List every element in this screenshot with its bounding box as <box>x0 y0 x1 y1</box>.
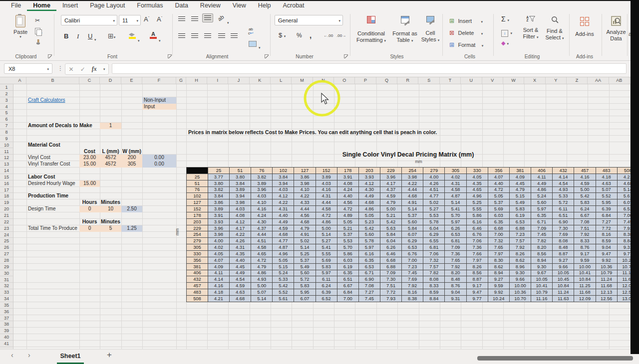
row-header-39[interactable]: 39 <box>0 328 13 334</box>
analyze-data-button[interactable]: AnalyzeData <box>604 16 628 42</box>
matrix-value-203x457[interactable]: 7.08 <box>574 218 596 225</box>
row-header-36[interactable]: 36 <box>0 309 13 315</box>
matrix-value-254x406[interactable]: 7.45 <box>531 231 553 238</box>
paste-button[interactable]: Paste ▾ <box>9 15 32 39</box>
matrix-value-229x406[interactable]: 7.09 <box>531 225 553 231</box>
matrix-value-356x178[interactable]: 6.03 <box>337 257 358 263</box>
matrix-value-203x127[interactable]: 4.68 <box>294 218 316 225</box>
matrix-value-76x25[interactable]: 3.82 <box>208 186 229 193</box>
matrix-value-279x203[interactable]: 5.78 <box>358 238 380 244</box>
matrix-value-102x178[interactable]: 4.40 <box>337 193 358 199</box>
row-header-6[interactable]: 6 <box>0 116 13 123</box>
cell-D19[interactable]: Minutes <box>100 199 121 206</box>
matrix-row-header-457[interactable]: 457 <box>187 283 208 289</box>
matrix-value-508x381[interactable]: 10.70 <box>509 295 531 302</box>
row-header-5[interactable]: 5 <box>0 110 13 116</box>
matrix-value-25x432[interactable]: 4.14 <box>553 174 574 180</box>
matrix-row-header-152[interactable]: 152 <box>187 206 208 212</box>
matrix-value-483x406[interactable]: 10.79 <box>531 289 553 296</box>
comma-style-button[interactable]: , <box>310 31 312 39</box>
row-header-40[interactable]: 40 <box>0 334 13 341</box>
matrix-value-432x127[interactable]: 5.72 <box>294 276 316 283</box>
matrix-value-203x152[interactable]: 4.86 <box>316 218 337 225</box>
matrix-value-356x76[interactable]: 4.72 <box>251 257 273 263</box>
matrix-row-header-51[interactable]: 51 <box>187 180 208 186</box>
matrix-value-51x305[interactable]: 4.31 <box>445 180 466 186</box>
matrix-value-406x178[interactable]: 6.35 <box>337 270 358 276</box>
matrix-value-432x51[interactable]: 4.54 <box>229 276 251 283</box>
matrix-value-457x25[interactable]: 4.16 <box>208 283 229 289</box>
matrix-value-25x356[interactable]: 4.07 <box>488 174 509 180</box>
matrix-row-header-254[interactable]: 254 <box>187 231 208 238</box>
matrix-value-152x406[interactable]: 5.97 <box>531 206 553 212</box>
matrix-value-457x406[interactable]: 10.41 <box>531 283 553 289</box>
matrix-value-483x305[interactable]: 9.04 <box>445 289 466 296</box>
matrix-value-229x152[interactable]: 5.00 <box>316 225 337 231</box>
matrix-value-381x25[interactable]: 4.09 <box>208 263 229 270</box>
accounting-format-button[interactable]: $ ▾ <box>279 31 286 39</box>
tab-file[interactable]: File <box>5 1 27 11</box>
row-header-16[interactable]: 16 <box>0 181 13 187</box>
sort-filter-button[interactable]: AZ Sort &Filter ▾ <box>518 16 543 40</box>
matrix-value-483x152[interactable]: 6.39 <box>316 289 337 296</box>
prev-sheet-arrow[interactable]: ‹ <box>11 351 13 359</box>
matrix-value-152x25[interactable]: 3.89 <box>208 206 229 212</box>
matrix-col-header-178[interactable]: 178 <box>337 168 358 174</box>
increase-decimal-button[interactable]: ←.00 <box>323 33 333 38</box>
matrix-value-203x76[interactable]: 4.30 <box>251 218 273 225</box>
top-align-button[interactable] <box>178 16 185 21</box>
matrix-value-25x152[interactable]: 3.89 <box>316 174 337 180</box>
matrix-value-330x406[interactable]: 8.56 <box>531 250 553 257</box>
matrix-value-25x381[interactable]: 4.09 <box>509 174 531 180</box>
sheet-tab-sheet1[interactable]: Sheet1 <box>56 350 85 363</box>
matrix-value-254x483[interactable]: 8.16 <box>596 231 617 238</box>
matrix-value-457x279[interactable]: 8.33 <box>423 283 445 289</box>
matrix-value-381x432[interactable]: 9.66 <box>553 263 574 270</box>
matrix-value-229x203[interactable]: 5.42 <box>358 225 380 231</box>
matrix-value-483x102[interactable]: 5.52 <box>273 289 294 296</box>
matrix-value-305x102[interactable]: 4.87 <box>273 244 294 251</box>
matrix-value-330x305[interactable]: 7.36 <box>445 250 466 257</box>
matrix-value-25x127[interactable]: 3.86 <box>294 174 316 180</box>
align-right-button[interactable] <box>204 33 211 38</box>
matrix-col-header-305[interactable]: 305 <box>445 168 466 174</box>
matrix-value-203x356[interactable]: 6.35 <box>488 218 509 225</box>
find-select-button[interactable]: Find &Select ▾ <box>543 16 566 41</box>
matrix-value-254x203[interactable]: 5.60 <box>358 231 380 238</box>
matrix-value-76x51[interactable]: 3.89 <box>229 186 251 193</box>
matrix-value-305x457[interactable]: 8.76 <box>574 244 596 251</box>
matrix-value-508x254[interactable]: 8.38 <box>402 295 423 302</box>
matrix-value-279x406[interactable]: 7.82 <box>531 238 553 244</box>
matrix-value-406x229[interactable]: 7.09 <box>380 270 401 276</box>
matrix-value-102x229[interactable]: 4.59 <box>380 193 401 199</box>
matrix-value-483x51[interactable]: 4.63 <box>229 289 251 296</box>
row-header-34[interactable]: 34 <box>0 296 13 302</box>
matrix-value-508x305[interactable]: 9.31 <box>445 295 466 302</box>
matrix-value-203x483[interactable]: 7.27 <box>596 218 617 225</box>
matrix-value-152x279[interactable]: 5.27 <box>423 206 445 212</box>
matrix-value-483x457[interactable]: 11.68 <box>574 289 596 296</box>
matrix-value-457x305[interactable]: 8.76 <box>445 283 466 289</box>
column-header-C[interactable]: C <box>79 77 100 84</box>
matrix-value-432x330[interactable]: 8.87 <box>466 276 488 283</box>
font-size-combo[interactable]: 11▾ <box>119 15 141 25</box>
matrix-value-305x432[interactable]: 8.48 <box>553 244 574 251</box>
matrix-value-25x279[interactable]: 4.00 <box>423 174 445 180</box>
matrix-value-457x51[interactable]: 4.59 <box>229 283 251 289</box>
matrix-value-305x254[interactable]: 6.53 <box>402 244 423 251</box>
matrix-value-483x432[interactable]: 11.24 <box>553 289 574 296</box>
row-header-22[interactable]: 22 <box>0 219 13 225</box>
matrix-value-279x483[interactable]: 8.59 <box>596 238 617 244</box>
matrix-value-203x305[interactable]: 5.97 <box>445 218 466 225</box>
number-dialog-launcher[interactable] <box>344 54 348 58</box>
matrix-value-178x406[interactable]: 6.35 <box>531 212 553 218</box>
matrix-value-178x356[interactable]: 6.03 <box>488 212 509 218</box>
matrix-row-header-279[interactable]: 279 <box>187 238 208 244</box>
column-header-AB[interactable]: AB <box>609 77 630 84</box>
align-left-button[interactable] <box>178 33 185 38</box>
matrix-value-51x483[interactable]: 4.63 <box>596 180 617 186</box>
matrix-value-457x254[interactable]: 7.92 <box>402 283 423 289</box>
matrix-value-330x457[interactable]: 9.17 <box>574 250 596 257</box>
matrix-value-51x254[interactable]: 4.22 <box>402 180 423 186</box>
column-header-H[interactable]: H <box>186 77 207 84</box>
